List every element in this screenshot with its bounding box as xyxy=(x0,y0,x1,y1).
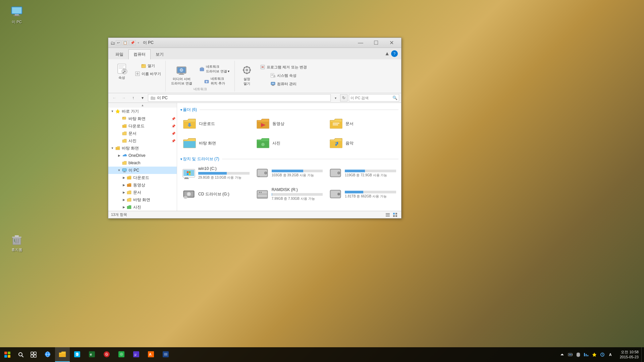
thispc-icon xyxy=(122,168,127,173)
tray-icon-4[interactable] xyxy=(591,347,598,362)
taskbar-app9-btn[interactable] xyxy=(158,347,173,362)
tab-file[interactable]: 파일 xyxy=(110,49,128,59)
sidebar-item-docs1[interactable]: 문서 📌 xyxy=(108,130,177,137)
taskbar-app6-btn[interactable] xyxy=(114,347,129,362)
tab-view[interactable]: 보기 xyxy=(151,49,169,59)
taskbar-app8-btn[interactable]: A xyxy=(144,347,158,362)
drives-collapse-icon[interactable]: ▼ xyxy=(180,158,183,161)
sidebar-scroll-up[interactable]: ▲ xyxy=(108,103,177,108)
search-input[interactable] xyxy=(351,96,392,100)
ribbon-uninstall-btn[interactable]: 프로그램 제거 또는 변경 xyxy=(258,63,309,71)
folder-downloads[interactable]: 다운로드 xyxy=(180,115,252,133)
sidebar-item-desktop2[interactable]: ▶ 바탕 화면 xyxy=(108,196,177,203)
taskbar-store-btn[interactable]: s xyxy=(70,347,85,362)
taskbar-app5-btn[interactable]: G xyxy=(99,347,114,362)
up-button[interactable]: ↑ xyxy=(129,94,137,102)
desktop-icon-this-pc[interactable]: 이 PC xyxy=(3,3,30,26)
quick-access-2[interactable]: 📋 xyxy=(122,40,128,45)
tray-icon-3[interactable] xyxy=(583,347,590,362)
sidebar-section-desktop[interactable]: ▼ 바탕 화면 xyxy=(108,144,177,152)
pics1-icon xyxy=(122,138,127,143)
drive-ramdisk[interactable]: RAMDISK (R:) 7.99GB 중 7.93GB 사용 가능 xyxy=(253,185,325,205)
tray-icon-1[interactable] xyxy=(567,347,574,362)
folders-collapse-icon[interactable]: ▼ xyxy=(180,108,183,112)
status-count: 13개 항목 xyxy=(111,212,127,217)
start-button[interactable] xyxy=(0,347,15,362)
svg-text:s: s xyxy=(76,353,77,355)
ribbon-network-add-btn[interactable]: 네트워크위치 추가 xyxy=(197,75,232,87)
svg-rect-30 xyxy=(246,66,248,68)
quick-access-3[interactable]: 📌 xyxy=(129,40,136,45)
ribbon-computer-mgmt-btn[interactable]: 컴퓨터 관리 xyxy=(258,80,309,87)
view-list-btn[interactable] xyxy=(384,212,391,218)
this-pc-icon xyxy=(10,5,23,18)
forward-button[interactable]: → xyxy=(120,94,128,102)
drive-hdd4[interactable]: 1.81TB 중 662GB 사용 가능 xyxy=(326,185,398,205)
folder-photos[interactable]: 사진 xyxy=(253,134,325,152)
ribbon-system-settings-btn[interactable]: 설정열기 xyxy=(237,62,256,87)
ribbon-collapse-btn[interactable]: ▲ xyxy=(384,51,390,57)
ribbon-open-btn[interactable]: 열기 xyxy=(132,62,163,69)
folder-videos[interactable]: 동영상 xyxy=(253,115,325,133)
sidebar-item-onedrive[interactable]: ▶ OneDrive xyxy=(108,152,177,159)
address-dropdown-btn[interactable]: ▾ xyxy=(332,96,339,100)
address-path[interactable]: 이 PC xyxy=(148,94,331,102)
help-btn[interactable]: ? xyxy=(391,50,398,57)
tray-icon-5[interactable] xyxy=(599,347,606,362)
ribbon-media-server-btn[interactable]: 미디어 서버드라이브 연결 xyxy=(168,62,195,87)
svg-rect-5 xyxy=(12,237,21,238)
sidebar-item-thispc[interactable]: ▼ 이 PC xyxy=(108,167,177,174)
ribbon-rename-btn[interactable]: 이름 바꾸기 xyxy=(132,70,163,77)
drive-hdd2[interactable]: 103GB 중 39.2GB 사용 가능 xyxy=(253,164,325,184)
drive-hdd3[interactable]: 119GB 중 72.9GB 사용 가능 xyxy=(326,164,398,184)
ribbon-network-drive-btn[interactable]: 네트워크드라이브 연결 ▾ xyxy=(197,63,232,75)
close-button[interactable]: ✕ xyxy=(384,38,399,48)
folder-icon-small: 🗂 xyxy=(110,40,115,46)
taskbar-app7-btn[interactable]: μ xyxy=(129,347,144,362)
tray-overflow-btn[interactable] xyxy=(559,347,566,362)
sidebar-section-quickaccess[interactable]: ▼ 바로 가기 xyxy=(108,108,177,115)
back-button[interactable]: ← xyxy=(110,94,118,102)
taskbar-search-btn[interactable] xyxy=(15,347,27,362)
sidebar-item-desktop1[interactable]: 바탕 화면 📌 xyxy=(108,115,177,122)
svg-rect-2 xyxy=(15,14,19,15)
taskbar-app4-btn[interactable]: e xyxy=(85,347,99,362)
ribbon-properties-btn[interactable]: 속성 xyxy=(112,61,131,81)
folder-documents[interactable]: 문서 xyxy=(326,115,398,133)
svg-text:A: A xyxy=(149,352,152,356)
recent-locations-btn[interactable]: ▾ xyxy=(139,94,147,102)
minimize-button[interactable]: — xyxy=(353,38,368,48)
taskbar-clock[interactable]: 오전 10:58 2015-05-23 xyxy=(617,350,641,360)
pics1-label: 사진 xyxy=(128,138,137,144)
taskbar-explorer-btn[interactable] xyxy=(55,347,70,362)
svg-point-46 xyxy=(274,75,274,76)
drive-hdd5[interactable]: 1.81TB 중 622GB 사용 가능 xyxy=(180,206,252,211)
ribbon-sys-properties-btn[interactable]: 시스템 속성 xyxy=(258,72,309,79)
maximize-button[interactable]: ☐ xyxy=(368,38,384,48)
drive-cd[interactable]: CD 드라이브 (G:) xyxy=(180,185,252,205)
taskbar-ie-btn[interactable] xyxy=(40,347,55,362)
sidebar-item-docs2[interactable]: ▶ 문서 xyxy=(108,189,177,196)
sidebar-item-bleach[interactable]: bleach xyxy=(108,159,177,167)
sidebar-item-photos[interactable]: ▶ 사진 xyxy=(108,203,177,211)
tray-icon-lang[interactable]: A xyxy=(607,347,614,362)
folder-desktop[interactable]: 바탕 화면 xyxy=(180,134,252,152)
desktop-icon-recycle-bin[interactable]: 휴지통 xyxy=(3,231,30,254)
folder-music[interactable]: 음악 xyxy=(326,134,398,152)
taskbar-task-view-btn[interactable] xyxy=(27,347,40,362)
sidebar-item-videos[interactable]: ▶ 동영상 xyxy=(108,181,177,189)
search-box[interactable]: 🔍 xyxy=(349,94,399,102)
sidebar-item-pics1[interactable]: 사진 📌 xyxy=(108,137,177,144)
quick-access-dropdown[interactable]: ▾ xyxy=(137,41,140,45)
show-desktop-btn[interactable] xyxy=(641,347,644,362)
quick-access-1[interactable]: ↩ xyxy=(116,40,121,45)
properties-label: 속성 xyxy=(118,75,125,80)
tab-computer[interactable]: 컴퓨터 xyxy=(128,49,151,60)
view-tiles-btn[interactable] xyxy=(392,212,398,218)
sidebar-item-downloads1[interactable]: 다운로드 📌 xyxy=(108,122,177,130)
tray-icon-2[interactable] xyxy=(575,347,582,362)
drive-win10c[interactable]: win10 (C:) 29.8GB 중 13.0GB 사용 가능 xyxy=(180,164,252,184)
refresh-btn[interactable]: ↻ xyxy=(340,94,347,102)
this-pc-label: 이 PC xyxy=(12,19,21,24)
sidebar-item-downloads2[interactable]: ▶ 다운로드 xyxy=(108,174,177,181)
